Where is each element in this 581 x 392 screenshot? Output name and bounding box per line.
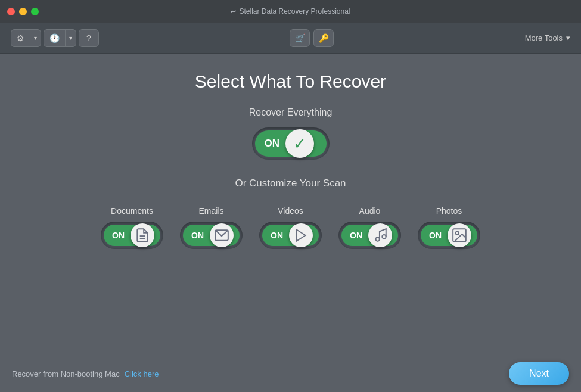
settings-dropdown[interactable]: ▾ — [30, 32, 41, 44]
audio-knob — [368, 223, 392, 247]
audio-label: Audio — [359, 206, 381, 216]
back-icon: ↩ — [231, 8, 236, 15]
bottom-left: Recover from Non-booting Mac Click here — [12, 369, 159, 378]
documents-on-text: ON — [104, 231, 131, 240]
page-title: Select What To Recover — [195, 71, 386, 92]
title-bar: ↩ Stellar Data Recovery Professional — [0, 0, 581, 23]
bottom-bar: Recover from Non-booting Mac Click here … — [0, 355, 581, 392]
audio-toggle[interactable]: ON — [338, 222, 401, 249]
svg-marker-3 — [296, 229, 305, 241]
videos-toggle[interactable]: ON — [259, 222, 322, 249]
toolbar-left: ⚙ ▾ 🕐 ▾ ? — [11, 29, 99, 47]
svg-point-7 — [456, 232, 459, 235]
videos-knob — [289, 223, 313, 247]
toolbar-center: 🛒 🔑 — [99, 29, 525, 47]
minimize-button[interactable] — [19, 8, 27, 15]
window-title: ↩ Stellar Data Recovery Professional — [231, 7, 350, 15]
recover-nonbooting-label: Recover from Non-booting Mac — [12, 369, 120, 378]
history-dropdown[interactable]: ▾ — [66, 32, 76, 44]
toggle-knob: ✓ — [285, 129, 314, 158]
recover-everything-toggle-container[interactable]: ON ✓ — [252, 127, 330, 160]
category-photos: Photos ON — [418, 206, 480, 249]
document-icon — [135, 228, 150, 243]
history-group[interactable]: 🕐 ▾ — [44, 29, 76, 47]
close-button[interactable] — [7, 8, 15, 15]
next-button[interactable]: Next — [509, 362, 569, 385]
chevron-down-icon: ▾ — [566, 33, 570, 42]
emails-knob — [210, 223, 234, 247]
category-emails: Emails ON — [180, 206, 243, 249]
documents-knob — [131, 223, 154, 247]
audio-on-text: ON — [341, 231, 368, 240]
emails-toggle[interactable]: ON — [180, 222, 243, 249]
documents-toggle[interactable]: ON — [101, 222, 163, 249]
audio-icon — [372, 228, 388, 243]
category-videos: Videos ON — [259, 206, 322, 249]
customize-label: Or Customize Your Scan — [235, 178, 346, 189]
history-button[interactable]: 🕐 — [44, 30, 66, 46]
photos-toggle[interactable]: ON — [418, 222, 480, 249]
toolbar: ⚙ ▾ 🕐 ▾ ? 🛒 🔑 More Tools ▾ — [0, 23, 581, 54]
key-button[interactable]: 🔑 — [313, 29, 334, 47]
cart-button[interactable]: 🛒 — [290, 29, 310, 47]
window-controls — [7, 8, 39, 15]
maximize-button[interactable] — [31, 8, 39, 15]
more-tools-button[interactable]: More Tools ▾ — [525, 33, 570, 42]
photos-label: Photos — [436, 206, 462, 216]
category-audio: Audio ON — [338, 206, 401, 249]
category-documents: Documents ON — [101, 206, 163, 249]
photo-icon — [452, 228, 467, 243]
checkmark-icon: ✓ — [293, 135, 306, 153]
email-icon — [214, 228, 229, 243]
documents-label: Documents — [111, 206, 153, 216]
recover-everything-label: Recover Everything — [249, 107, 333, 118]
video-play-icon — [293, 228, 309, 243]
settings-button[interactable]: ⚙ — [11, 30, 30, 46]
videos-label: Videos — [278, 206, 303, 216]
recover-everything-toggle[interactable]: ON ✓ — [252, 127, 330, 160]
photos-on-text: ON — [421, 231, 448, 240]
emails-on-text: ON — [183, 231, 210, 240]
emails-label: Emails — [198, 206, 223, 216]
categories-row: Documents ON Emails — [24, 206, 557, 249]
toggle-on-text: ON — [255, 138, 286, 150]
help-button[interactable]: ? — [79, 29, 99, 47]
settings-group[interactable]: ⚙ ▾ — [11, 29, 41, 47]
videos-on-text: ON — [262, 231, 289, 240]
click-here-link[interactable]: Click here — [125, 369, 159, 378]
main-content: Select What To Recover Recover Everythin… — [0, 54, 581, 355]
photos-knob — [448, 223, 471, 247]
